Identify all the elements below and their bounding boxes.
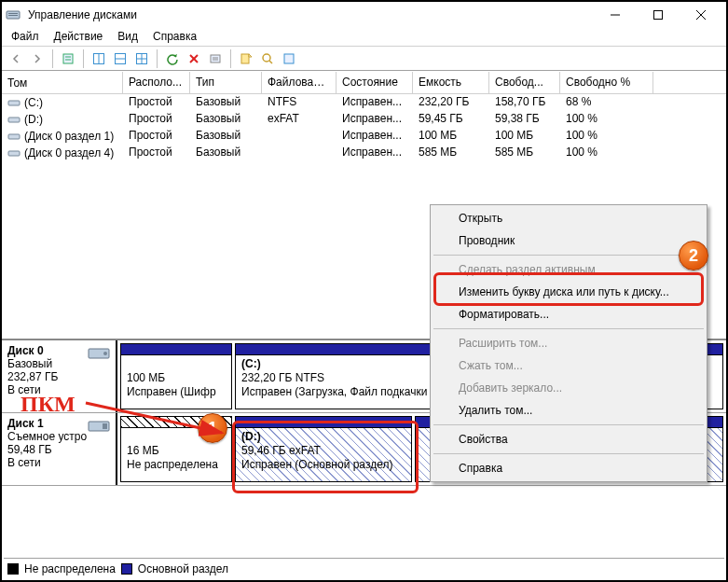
svg-rect-2 [8, 15, 18, 16]
drive-icon [7, 131, 21, 142]
cell-type: Базовый [190, 94, 262, 111]
legend: Не распределена Основной раздел [4, 558, 724, 578]
cell-vol: (D:) [24, 113, 43, 126]
th-volume[interactable]: Том [2, 72, 123, 93]
svg-rect-25 [284, 54, 294, 63]
minimize-button[interactable] [594, 2, 637, 28]
cell-fs: NTFS [262, 94, 337, 111]
cm-make-active: Сделать раздел активным [433, 258, 705, 281]
svg-rect-27 [8, 118, 20, 122]
disk-1-name: Диск 1 [7, 417, 44, 430]
back-icon[interactable] [6, 48, 26, 69]
menubar: Файл Действие Вид Справка [2, 28, 726, 47]
cell-cap: 232,20 ГБ [413, 94, 489, 111]
toolbar [2, 47, 726, 71]
svg-rect-19 [211, 55, 220, 62]
disk-1-partition-1[interactable]: (D:) 59,46 ГБ exFAT Исправен (Основной р… [235, 416, 412, 482]
th-location[interactable]: Располо... [123, 72, 190, 93]
context-menu: Открыть Проводник Сделать раздел активны… [430, 204, 707, 482]
cell-vol: (Диск 0 раздел 1) [24, 130, 114, 143]
legend-unallocated: Не распределена [24, 562, 116, 575]
view3-icon[interactable] [131, 48, 152, 69]
drive-icon [7, 97, 21, 108]
sheet-icon[interactable] [279, 48, 299, 69]
svg-point-23 [263, 54, 270, 62]
svg-point-31 [103, 352, 107, 355]
svg-rect-29 [8, 151, 20, 156]
svg-rect-7 [63, 54, 73, 63]
annotation-pkm-label: ПКМ [21, 392, 76, 417]
svg-line-24 [269, 61, 272, 63]
svg-rect-28 [8, 134, 20, 139]
disk-0-type: Базовый [7, 357, 52, 370]
drive-icon [7, 147, 21, 159]
th-filesystem[interactable]: Файловая с... [262, 72, 337, 93]
menu-view[interactable]: Вид [110, 28, 145, 46]
disk-1-status: В сети [7, 456, 41, 469]
forward-icon[interactable] [27, 48, 48, 69]
table-header: Том Располо... Тип Файловая с... Состоян… [2, 72, 726, 94]
th-free[interactable]: Свобод... [489, 72, 560, 93]
cm-mirror: Добавить зеркало... [433, 377, 705, 399]
menu-file[interactable]: Файл [4, 28, 47, 46]
window-title: Управление дисками [28, 8, 594, 21]
cm-props[interactable]: Свойства [433, 428, 705, 450]
view1-icon[interactable] [89, 48, 109, 69]
cell-free: 158,70 ГБ [489, 94, 560, 111]
disk-0-size: 232,87 ГБ [7, 370, 58, 383]
svg-rect-1 [8, 13, 18, 14]
th-type[interactable]: Тип [190, 72, 262, 93]
search-icon[interactable] [257, 48, 278, 69]
table-row[interactable]: (Диск 0 раздел 4) Простой Базовый Исправ… [2, 145, 726, 161]
app-icon [6, 8, 21, 21]
delete-icon[interactable] [184, 48, 204, 69]
cell-pct: 68 % [560, 94, 653, 111]
titlebar: Управление дисками [2, 2, 726, 28]
annotation-badge-2: 2 [679, 241, 708, 270]
drive-icon [7, 114, 21, 125]
list-icon[interactable] [205, 48, 226, 69]
cell-state: Исправен... [337, 94, 413, 111]
view2-icon[interactable] [110, 48, 130, 69]
svg-rect-22 [241, 54, 249, 63]
menu-help[interactable]: Справка [145, 28, 204, 46]
cm-change-letter[interactable]: Изменить букву диска или путь к диску... [433, 281, 705, 303]
cm-extend: Расширить том... [433, 332, 705, 354]
properties-icon[interactable] [58, 48, 78, 69]
volume-table: Том Располо... Тип Файловая с... Состоян… [2, 71, 726, 173]
disk-1-type: Съемное устро [7, 430, 87, 443]
th-capacity[interactable]: Емкость [413, 72, 489, 93]
cm-format[interactable]: Форматировать... [433, 303, 705, 326]
disk-0-name: Диск 0 [7, 344, 44, 357]
cm-shrink: Сжать том... [433, 354, 705, 377]
legend-swatch-primary [121, 563, 132, 575]
svg-line-34 [86, 403, 222, 433]
hdd-icon [88, 346, 110, 361]
cm-open[interactable]: Открыть [433, 207, 705, 229]
table-body: (C:) Простой Базовый NTFS Исправен... 23… [2, 94, 726, 173]
th-state[interactable]: Состояние [337, 72, 413, 93]
legend-primary: Основной раздел [138, 562, 228, 575]
refresh-icon[interactable] [162, 48, 183, 69]
menu-action[interactable]: Действие [47, 28, 111, 46]
th-freepct[interactable]: Свободно % [560, 72, 653, 93]
close-button[interactable] [680, 2, 722, 28]
cell-vol: (C:) [24, 96, 43, 109]
table-row[interactable]: (C:) Простой Базовый NTFS Исправен... 23… [2, 94, 726, 111]
svg-rect-4 [654, 11, 663, 20]
table-row[interactable]: (D:) Простой Базовый exFAT Исправен... 5… [2, 111, 726, 128]
legend-swatch-unallocated [7, 563, 19, 575]
new-icon[interactable] [236, 48, 256, 69]
table-row[interactable]: (Диск 0 раздел 1) Простой Базовый Исправ… [2, 128, 726, 145]
cm-help[interactable]: Справка [433, 457, 705, 479]
cell-vol: (Диск 0 раздел 4) [24, 146, 114, 159]
svg-rect-26 [8, 101, 20, 105]
annotation-arrow [84, 392, 233, 438]
cell-loc: Простой [123, 94, 190, 111]
cm-delete[interactable]: Удалить том... [433, 399, 705, 422]
cm-explorer[interactable]: Проводник [433, 229, 705, 252]
maximize-button[interactable] [637, 2, 680, 28]
disk-1-size: 59,48 ГБ [7, 443, 52, 456]
